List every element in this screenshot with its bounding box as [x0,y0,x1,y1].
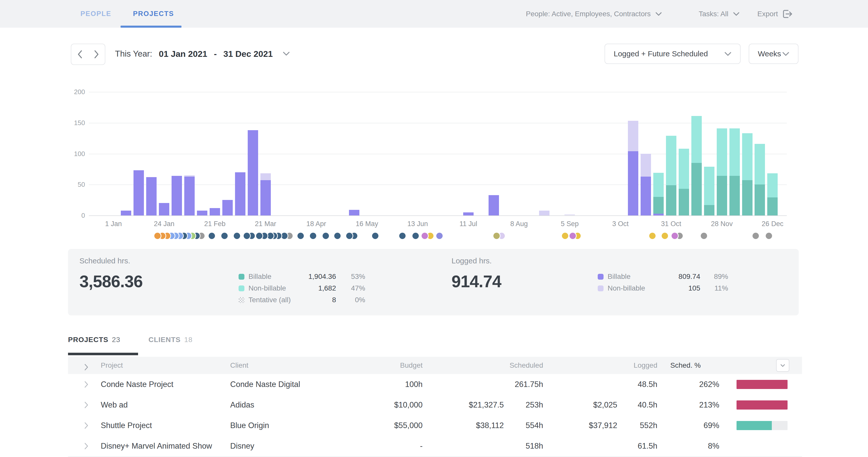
col-header-sched-pct[interactable]: Sched. % [670,357,701,374]
bar-segment-logged-non-billable[interactable] [641,154,651,176]
bar-segment-logged-billable[interactable] [121,210,131,216]
bar-segment-scheduled-non-billable[interactable] [666,136,676,185]
row-expand-chevron-icon[interactable] [84,436,89,456]
cell-project-name[interactable]: Disney+ Marvel Animated Show [101,436,212,456]
bar-segment-scheduled-non-billable[interactable] [691,116,702,163]
col-header-budget[interactable]: Budget [330,357,423,374]
bar-segment-logged-billable[interactable] [222,200,233,216]
legend-percent: 89% [700,272,728,281]
bar-segment-logged-billable[interactable] [463,213,474,216]
bar-segment-logged-billable[interactable] [197,210,207,216]
bar-segment-logged-billable[interactable] [641,176,651,216]
bar-segment-logged-billable[interactable] [210,208,220,216]
bar-segment-scheduled-billable[interactable] [754,185,765,216]
bar-segment-scheduled-non-billable[interactable] [653,173,664,197]
hours-bar-chart: 2001501005001 Jan24 Jan21 Feb21 Mar18 Ap… [0,0,868,254]
bar-segment-logged-billable[interactable] [349,210,360,216]
milestone-dot[interactable] [421,232,429,240]
milestone-dot[interactable] [233,232,241,240]
legend-swatch-icon [239,297,244,303]
bar-segment-logged-billable[interactable] [628,151,638,216]
milestone-dot[interactable] [648,232,656,240]
milestone-dot[interactable] [322,232,330,240]
table-tab-clients[interactable]: CLIENTS 18 [149,334,193,346]
bar-segment-logged-non-billable[interactable] [539,210,550,216]
bar-segment-logged-non-billable[interactable] [628,121,638,151]
bar-segment-scheduled-non-billable[interactable] [717,128,727,176]
milestone-dot[interactable] [208,232,216,240]
milestone-dot[interactable] [412,232,420,240]
milestone-dot[interactable] [765,232,773,240]
bar-segment-scheduled-billable[interactable] [730,176,740,216]
bar-segment-scheduled-billable[interactable] [717,176,727,216]
bar-segment-logged-billable[interactable] [489,195,499,216]
active-table-tab-underline [68,353,138,355]
bar-segment-scheduled-billable[interactable] [742,180,752,216]
milestone-dot[interactable] [561,232,569,240]
milestone-dot[interactable] [154,232,161,240]
logged-legend: Billable809.7489%Non-billable10511% [598,271,728,294]
bar-segment-logged-billable[interactable] [146,177,157,216]
sched-pct-dropdown-button[interactable] [776,359,789,372]
y-axis-tick-label: 50 [57,181,85,189]
milestone-dot[interactable] [671,232,679,240]
bar-segment-scheduled-billable[interactable] [767,197,778,216]
milestone-dot[interactable] [700,232,708,240]
projects-tab-label: PROJECTS [68,336,108,344]
row-expand-chevron-icon[interactable] [84,395,89,415]
bar-segment-scheduled-billable[interactable] [704,205,714,216]
bar-segment-logged-billable[interactable] [248,130,258,216]
milestone-dot[interactable] [243,232,251,240]
summary-panel: Scheduled hrs. 3,586.36 Billable1,904.36… [68,249,799,316]
milestone-dot[interactable] [221,232,228,240]
milestone-dot[interactable] [334,232,341,240]
cell-project-name[interactable]: Shuttle Project [101,415,152,436]
col-header-scheduled[interactable]: Scheduled [469,357,543,374]
col-header-project[interactable]: Project [101,357,123,374]
milestone-dot[interactable] [371,232,379,240]
cell-sched-money: $38,112 [431,415,504,436]
milestone-dot[interactable] [569,232,577,240]
bar-segment-logged-billable[interactable] [235,172,245,216]
milestone-dot[interactable] [436,232,443,240]
bar-segment-scheduled-non-billable[interactable] [679,149,689,189]
legend-swatch-icon [598,274,603,280]
col-header-client[interactable]: Client [230,357,248,374]
bar-segment-scheduled-billable[interactable] [666,185,676,216]
bar-segment-logged-billable[interactable] [172,176,182,216]
bar-segment-logged-non-billable[interactable] [260,173,271,180]
cell-project-name[interactable]: Conde Naste Project [101,374,173,395]
milestone-dot[interactable] [399,232,406,240]
table-row[interactable]: Conde Naste ProjectConde Naste Digital10… [68,374,802,395]
table-tab-projects[interactable]: PROJECTS 23 [68,334,120,346]
row-expand-chevron-icon[interactable] [84,374,89,395]
bar-segment-logged-billable[interactable] [184,176,195,216]
col-header-logged[interactable]: Logged [584,357,657,374]
bar-segment-scheduled-non-billable[interactable] [730,128,740,176]
bar-segment-scheduled-billable[interactable] [691,163,702,216]
bar-segment-scheduled-non-billable[interactable] [704,167,714,205]
bar-segment-scheduled-billable[interactable] [653,197,664,214]
bar-segment-logged-non-billable[interactable] [184,175,195,176]
cell-project-name[interactable]: Web ad [101,395,128,415]
bar-segment-scheduled-non-billable[interactable] [742,133,752,180]
bar-segment-logged-billable[interactable] [159,203,169,216]
legend-label: Tentative (all) [248,296,298,304]
milestone-dot[interactable] [661,232,669,240]
bar-segment-logged-billable[interactable] [133,170,144,216]
bar-segment-scheduled-non-billable[interactable] [754,144,765,185]
milestone-dot[interactable] [309,232,317,240]
milestone-dot[interactable] [752,232,760,240]
bar-segment-scheduled-non-billable[interactable] [767,173,778,197]
table-row[interactable]: Disney+ Marvel Animated ShowDisney-518h6… [68,436,802,457]
table-row[interactable]: Shuttle ProjectBlue Origin$55,000$38,112… [68,415,802,436]
row-expand-chevron-icon[interactable] [84,415,89,436]
table-row[interactable]: Web adAdidas$10,000$21,327.5253h$2,02540… [68,395,802,416]
milestone-dot[interactable] [345,232,353,240]
bar-segment-logged-billable[interactable] [260,180,271,216]
progress-bar-fill [737,380,787,389]
milestone-dot[interactable] [297,232,305,240]
bar-segment-scheduled-billable[interactable] [679,189,689,216]
bar-segment-logged-billable[interactable] [653,214,664,216]
bar-segment-tentative[interactable] [564,214,575,216]
